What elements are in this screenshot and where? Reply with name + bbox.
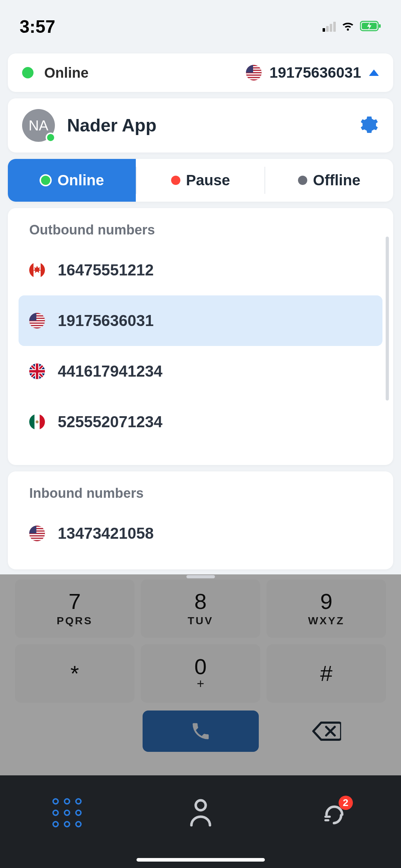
settings-button[interactable] [360, 115, 379, 136]
tab-label: Pause [186, 172, 230, 189]
phone-number: 441617941234 [58, 362, 163, 380]
scrollbar-thumb[interactable] [386, 237, 389, 401]
outbound-number-row[interactable]: 525552071234 [19, 397, 382, 447]
online-status-dot [22, 67, 34, 78]
section-title: Outbound numbers [8, 222, 393, 245]
svg-point-20 [196, 800, 206, 810]
avatar: NA [22, 109, 55, 142]
green-dot-icon [40, 174, 52, 186]
inbound-number-row[interactable]: 13473421058 [19, 508, 382, 559]
phone-number: 13473421058 [58, 525, 154, 542]
status-bar: 3:57 [0, 0, 401, 46]
outbound-number-row[interactable]: 19175636031 [19, 295, 382, 346]
status-label: Online [44, 65, 88, 81]
tab-pause[interactable]: Pause [137, 159, 264, 202]
outbound-numbers-card: Outbound numbers 16475551212 19175636031… [8, 208, 393, 465]
wifi-icon [341, 21, 355, 33]
mx-flag-icon [29, 414, 45, 430]
status-indicators [323, 21, 381, 33]
tab-label: Online [57, 172, 104, 189]
section-title: Inbound numbers [8, 486, 393, 508]
phone-number: 19175636031 [58, 312, 154, 330]
number-selector-sheet: Online 19175636031 NA Nader App Online [8, 53, 393, 578]
tab-online[interactable]: Online [8, 159, 136, 202]
us-flag-icon [246, 65, 262, 81]
profile-card: NA Nader App [8, 98, 393, 153]
ca-flag-icon [29, 262, 45, 278]
us-flag-icon [29, 526, 45, 541]
selected-number: 19175636031 [269, 64, 361, 81]
phone-number: 16475551212 [58, 261, 154, 279]
notification-badge: 2 [339, 796, 353, 810]
nav-dialer[interactable] [31, 791, 103, 834]
sheet-handle[interactable] [186, 575, 215, 578]
outbound-number-row[interactable]: 16475551212 [19, 245, 382, 295]
outbound-number-row[interactable]: 441617941234 [19, 346, 382, 397]
grey-dot-icon [298, 176, 307, 185]
status-time: 3:57 [20, 16, 55, 37]
us-flag-icon [29, 313, 45, 329]
cellular-signal-icon [323, 22, 336, 32]
phone-number: 525552071234 [58, 413, 163, 431]
inbound-numbers-card: Inbound numbers 13473421058 [8, 471, 393, 569]
nav-contacts[interactable] [165, 791, 236, 834]
chevron-up-icon [369, 69, 379, 76]
status-tabs: Online Pause Offline [8, 159, 393, 202]
bottom-nav: 2 [0, 775, 401, 868]
current-number-header[interactable]: Online 19175636031 [8, 53, 393, 92]
tab-label: Offline [313, 172, 360, 189]
gb-flag-icon [29, 363, 45, 379]
home-indicator [137, 858, 265, 862]
tab-offline[interactable]: Offline [265, 159, 393, 202]
profile-name: Nader App [67, 115, 156, 136]
battery-charging-icon [360, 21, 381, 33]
person-icon [189, 799, 213, 827]
gear-icon [360, 115, 379, 134]
dialpad-icon [52, 798, 82, 827]
presence-dot [46, 133, 56, 143]
nav-activity[interactable]: 2 [299, 791, 370, 834]
red-dot-icon [171, 176, 180, 185]
svg-rect-19 [379, 24, 381, 28]
